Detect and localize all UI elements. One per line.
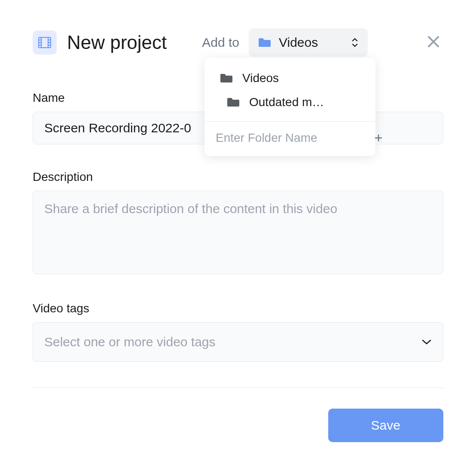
folder-select[interactable]: Videos [249, 28, 368, 57]
add-to-label: Add to [202, 35, 239, 50]
project-icon-box [33, 31, 57, 55]
modal-title: New project [67, 32, 167, 53]
folder-icon [227, 97, 240, 107]
folder-icon [220, 73, 233, 83]
description-field-group: Description [33, 170, 443, 276]
chevron-updown-icon [351, 37, 358, 48]
tags-placeholder: Select one or more video tags [44, 335, 216, 349]
folder-option-videos[interactable]: Videos [204, 68, 375, 92]
modal-footer: Save [33, 409, 443, 442]
footer-divider [33, 388, 443, 388]
new-folder-input[interactable] [216, 131, 369, 145]
folder-icon [258, 37, 271, 48]
video-clip-icon [38, 37, 51, 48]
description-input[interactable] [33, 191, 443, 274]
chevron-down-icon [421, 339, 432, 345]
tags-field-group: Video tags Select one or more video tags [33, 302, 443, 362]
folder-option-outdated[interactable]: Outdated m… [204, 92, 375, 116]
folder-option-label: Videos [242, 71, 279, 85]
plus-icon [375, 134, 382, 142]
modal-header: New project Add to Videos [33, 28, 443, 57]
tags-label: Video tags [33, 302, 443, 315]
tags-select[interactable]: Select one or more video tags [33, 322, 443, 362]
close-button[interactable] [424, 32, 443, 53]
description-label: Description [33, 170, 443, 184]
new-folder-row [204, 122, 375, 156]
folder-select-value: Videos [279, 35, 318, 50]
folder-dropdown: Videos Outdated m… [204, 58, 375, 156]
save-button[interactable]: Save [328, 409, 443, 442]
folder-option-label: Outdated m… [249, 95, 324, 109]
add-folder-button[interactable] [375, 130, 382, 146]
close-icon [427, 35, 440, 48]
